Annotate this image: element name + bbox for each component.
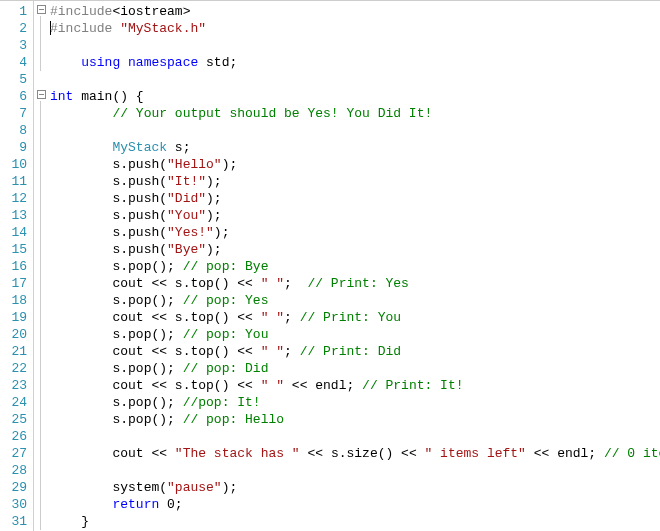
line-number: 18 [0,292,33,309]
code-line[interactable]: s.pop(); // pop: Yes [50,292,660,309]
code-line[interactable]: cout << "The stack has " << s.size() << … [50,445,660,462]
fold-marker[interactable] [34,3,48,20]
fold-column[interactable] [34,1,48,531]
line-number: 28 [0,462,33,479]
fold-marker [34,20,48,37]
code-line[interactable]: system("pause"); [50,479,660,496]
code-line[interactable] [50,462,660,479]
code-line[interactable] [50,428,660,445]
fold-marker [34,411,48,428]
code-line[interactable]: s.pop(); // pop: Bye [50,258,660,275]
code-line[interactable]: s.pop(); //pop: It! [50,394,660,411]
line-number: 9 [0,139,33,156]
line-number: 1 [0,3,33,20]
code-line[interactable]: cout << s.top() << " "; // Print: You [50,309,660,326]
fold-marker [34,241,48,258]
line-number: 31 [0,513,33,530]
line-number: 20 [0,326,33,343]
line-number: 12 [0,190,33,207]
code-line[interactable]: s.pop(); // pop: Hello [50,411,660,428]
fold-marker [34,190,48,207]
code-line[interactable]: s.push("Did"); [50,190,660,207]
code-line[interactable]: return 0; [50,496,660,513]
fold-marker [34,309,48,326]
fold-marker [34,224,48,241]
line-number: 24 [0,394,33,411]
line-number: 6 [0,88,33,105]
fold-marker [34,173,48,190]
code-line[interactable]: s.pop(); // pop: Did [50,360,660,377]
collapse-icon[interactable] [37,90,46,99]
fold-marker [34,275,48,292]
line-number: 26 [0,428,33,445]
line-number: 17 [0,275,33,292]
fold-marker [34,54,48,71]
code-line[interactable]: s.push("It!"); [50,173,660,190]
fold-marker [34,122,48,139]
code-line[interactable] [50,122,660,139]
line-number-gutter: 1234567891011121314151617181920212223242… [0,1,34,531]
line-number: 8 [0,122,33,139]
line-number: 30 [0,496,33,513]
code-line[interactable]: cout << s.top() << " "; // Print: Yes [50,275,660,292]
fold-marker [34,156,48,173]
line-number: 3 [0,37,33,54]
fold-marker [34,377,48,394]
fold-marker [34,479,48,496]
fold-marker [34,292,48,309]
line-number: 15 [0,241,33,258]
fold-marker [34,445,48,462]
code-line[interactable]: } [50,513,660,530]
code-line[interactable]: s.push("Hello"); [50,156,660,173]
fold-marker [34,37,48,54]
code-line[interactable]: s.pop(); // pop: You [50,326,660,343]
fold-marker [34,326,48,343]
line-number: 29 [0,479,33,496]
fold-marker [34,139,48,156]
line-number: 16 [0,258,33,275]
fold-marker [34,343,48,360]
fold-marker [34,71,48,88]
line-number: 19 [0,309,33,326]
code-line[interactable]: cout << s.top() << " " << endl; // Print… [50,377,660,394]
fold-marker [34,360,48,377]
line-number: 27 [0,445,33,462]
line-number: 22 [0,360,33,377]
fold-marker[interactable] [34,88,48,105]
fold-marker [34,496,48,513]
line-number: 11 [0,173,33,190]
code-line[interactable]: cout << s.top() << " "; // Print: Did [50,343,660,360]
fold-marker [34,462,48,479]
code-line[interactable] [50,37,660,54]
fold-marker [34,428,48,445]
code-line[interactable]: s.push("Yes!"); [50,224,660,241]
code-line[interactable]: using namespace std; [50,54,660,71]
fold-marker [34,258,48,275]
code-line[interactable]: int main() { [50,88,660,105]
code-line[interactable]: #include<iostream> [50,3,660,20]
line-number: 14 [0,224,33,241]
line-number: 13 [0,207,33,224]
code-line[interactable]: s.push("Bye"); [50,241,660,258]
code-line[interactable]: MyStack s; [50,139,660,156]
fold-marker [34,105,48,122]
fold-marker [34,394,48,411]
line-number: 5 [0,71,33,88]
line-number: 7 [0,105,33,122]
code-line[interactable]: #include "MyStack.h" [50,20,660,37]
line-number: 10 [0,156,33,173]
code-line[interactable]: // Your output should be Yes! You Did It… [50,105,660,122]
line-number: 4 [0,54,33,71]
fold-marker [34,513,48,530]
code-area[interactable]: #include<iostream>#include "MyStack.h" u… [48,1,660,531]
code-line[interactable] [50,71,660,88]
code-editor[interactable]: 1234567891011121314151617181920212223242… [0,1,660,531]
collapse-icon[interactable] [37,5,46,14]
line-number: 25 [0,411,33,428]
code-line[interactable]: s.push("You"); [50,207,660,224]
line-number: 21 [0,343,33,360]
line-number: 2 [0,20,33,37]
line-number: 23 [0,377,33,394]
fold-marker [34,207,48,224]
